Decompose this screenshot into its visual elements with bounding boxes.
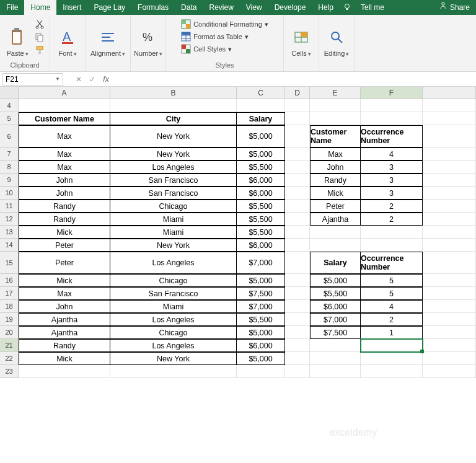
row-header[interactable]: 7 (0, 148, 19, 161)
cell-side-f[interactable]: 4 (361, 148, 423, 161)
cell-city[interactable]: Chicago (110, 326, 237, 339)
cut-icon[interactable] (33, 19, 46, 30)
cell-side-f[interactable] (361, 365, 423, 378)
cell-city[interactable]: Chicago (110, 274, 237, 287)
cell-name[interactable]: John (19, 300, 110, 313)
cell-name[interactable]: John (19, 187, 110, 200)
tab-view[interactable]: View (240, 0, 268, 15)
cell-salary[interactable]: $6,000 (237, 174, 285, 187)
fx-icon[interactable]: fx (99, 73, 113, 86)
cell-city[interactable]: Los Angeles (110, 313, 237, 326)
cell-name[interactable]: Max (19, 148, 110, 161)
cell-salary[interactable]: $5,000 (237, 148, 285, 161)
cell[interactable] (285, 174, 310, 187)
cancel-formula-icon[interactable]: ✕ (72, 73, 86, 86)
cell[interactable] (423, 200, 476, 213)
cell-name[interactable]: Max (19, 287, 110, 300)
formula-input[interactable] (113, 73, 476, 86)
cell-name[interactable]: Max (19, 161, 110, 174)
row-header[interactable]: 22 (0, 352, 19, 365)
cell-name[interactable]: Ajantha (19, 326, 110, 339)
cell[interactable] (423, 339, 476, 352)
cell[interactable] (285, 252, 310, 274)
cell-styles-button[interactable]: Cell Styles ▾ (178, 43, 271, 55)
cell-name[interactable]: Randy (19, 200, 110, 213)
cell-side-e[interactable]: $7,500 (310, 326, 361, 339)
cell-salary[interactable]: $6,000 (237, 339, 285, 352)
cell[interactable] (285, 187, 310, 200)
cell-side-f[interactable]: 2 (361, 200, 423, 213)
cell[interactable] (285, 112, 310, 125)
cell[interactable] (285, 339, 310, 352)
cell-city[interactable]: New York (110, 352, 237, 365)
row-header[interactable]: 11 (0, 200, 19, 213)
cells-button[interactable]: Cells▾ (288, 17, 315, 58)
cell-city[interactable]: San Francisco (110, 174, 237, 187)
cell[interactable] (237, 365, 285, 378)
cell[interactable] (237, 99, 285, 112)
cell[interactable] (285, 300, 310, 313)
cell[interactable] (285, 226, 310, 239)
cell-side-f[interactable]: 2 (361, 213, 423, 226)
cell-name[interactable]: Peter (19, 252, 110, 274)
cell-city[interactable]: Miami (110, 300, 237, 313)
row-header[interactable]: 15 (0, 252, 19, 274)
row-header[interactable]: 16 (0, 274, 19, 287)
cell-name[interactable]: Mick (19, 274, 110, 287)
cell[interactable] (423, 226, 476, 239)
cell[interactable] (423, 365, 476, 378)
cell[interactable] (423, 287, 476, 300)
paste-button[interactable]: Paste▾ (4, 17, 31, 58)
row-header[interactable]: 10 (0, 187, 19, 200)
cell[interactable] (423, 239, 476, 252)
cell[interactable] (423, 187, 476, 200)
cell-side-f[interactable]: 4 (361, 300, 423, 313)
cell-salary[interactable]: $6,000 (237, 239, 285, 252)
cell-side-f[interactable]: Occurrence Number (361, 125, 423, 148)
cell[interactable] (423, 99, 476, 112)
cell[interactable] (110, 99, 237, 112)
cell-side-f[interactable] (361, 339, 423, 352)
number-button[interactable]: % Number▾ (134, 17, 162, 58)
tab-help[interactable]: Help (312, 0, 340, 15)
col-header-B[interactable]: B (110, 87, 237, 99)
row-header[interactable]: 18 (0, 300, 19, 313)
col-header-D[interactable]: D (285, 87, 310, 99)
cell-city[interactable]: Los Angeles (110, 252, 237, 274)
cell-side-f[interactable] (361, 226, 423, 239)
cell-city[interactable]: New York (110, 148, 237, 161)
cell-side-f[interactable]: 2 (361, 313, 423, 326)
row-header[interactable]: 13 (0, 226, 19, 239)
row-header[interactable]: 5 (0, 112, 19, 125)
cell-side-f[interactable]: 3 (361, 187, 423, 200)
row-header[interactable]: 6 (0, 125, 19, 148)
cell[interactable] (285, 365, 310, 378)
cell[interactable] (423, 300, 476, 313)
cell[interactable] (285, 352, 310, 365)
tab-insert[interactable]: Insert (56, 0, 87, 15)
cell-side-e[interactable] (310, 99, 361, 112)
cell[interactable] (285, 326, 310, 339)
cell[interactable] (285, 148, 310, 161)
header-city[interactable]: City (110, 112, 237, 125)
tab-file[interactable]: File (0, 0, 24, 15)
cell-name[interactable]: Randy (19, 213, 110, 226)
row-header[interactable]: 9 (0, 174, 19, 187)
cell-side-f[interactable] (361, 239, 423, 252)
cell-salary[interactable]: $5,500 (237, 213, 285, 226)
name-box[interactable]: F21▼ (2, 73, 63, 86)
cell-side-e[interactable] (310, 112, 361, 125)
alignment-button[interactable]: Alignment▾ (89, 17, 126, 58)
row-header[interactable]: 21 (0, 339, 19, 352)
cell[interactable] (423, 125, 476, 148)
cell-side-f[interactable] (361, 112, 423, 125)
cell-side-e[interactable]: $6,000 (310, 300, 361, 313)
select-all-corner[interactable] (0, 87, 19, 99)
cell-side-e[interactable]: $5,000 (310, 274, 361, 287)
cell[interactable] (285, 287, 310, 300)
cell-name[interactable]: Peter (19, 239, 110, 252)
tab-formulas[interactable]: Formulas (131, 0, 175, 15)
font-button[interactable]: A Font▾ (54, 17, 81, 58)
cell-city[interactable]: Miami (110, 213, 237, 226)
cell[interactable] (19, 99, 110, 112)
